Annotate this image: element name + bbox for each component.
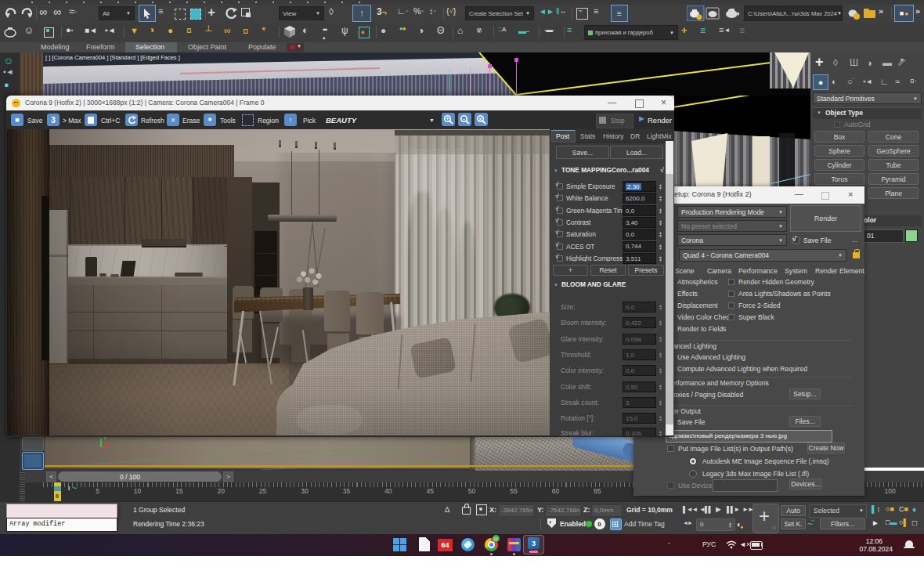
svg-text:-: - [463,116,465,121]
svg-text:x: x [479,116,482,121]
svg-text:+: + [446,116,449,121]
